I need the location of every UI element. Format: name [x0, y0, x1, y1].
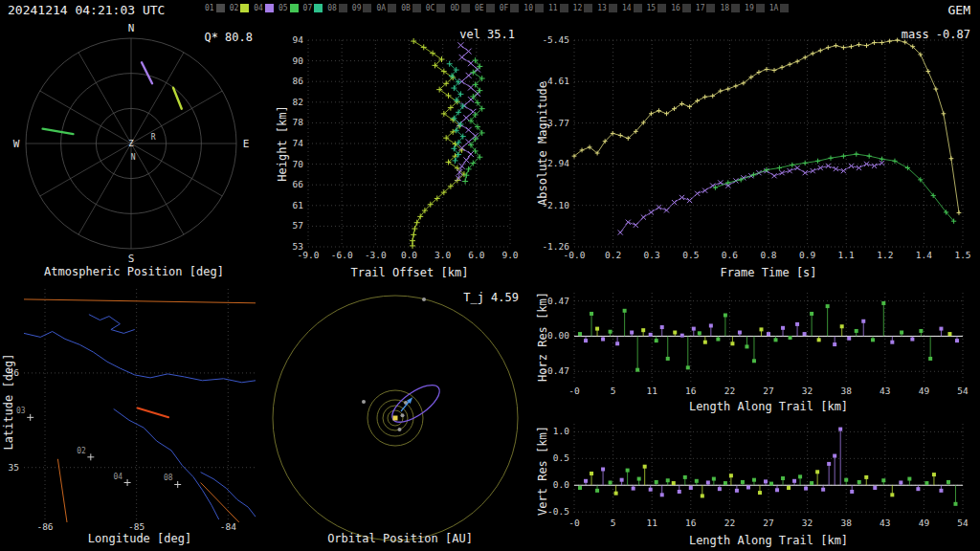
- svg-text:0.9: 0.9: [799, 250, 815, 260]
- station-color-swatch: [657, 4, 666, 12]
- svg-text:49: 49: [919, 518, 930, 528]
- svg-text:1.5: 1.5: [954, 250, 970, 260]
- station-color-swatch: [609, 4, 617, 12]
- svg-text:16: 16: [685, 386, 697, 396]
- svg-text:90: 90: [293, 55, 304, 66]
- vertical-residuals-panel: -051116222732384349541.00.50.0-0.5 Vert …: [530, 418, 980, 551]
- mass-value-label: mass -0.87: [902, 28, 970, 41]
- station-indicator-0D: 0D: [450, 4, 470, 12]
- station-indicator-08: 08: [327, 4, 347, 12]
- atmospheric-position-polar-plot: NSWEZRN: [0, 19, 270, 264]
- svg-text:27: 27: [763, 518, 773, 528]
- svg-text:22: 22: [724, 386, 735, 396]
- svg-text:32: 32: [802, 518, 813, 528]
- orbital-position-plot: [270, 287, 530, 545]
- svg-text:70: 70: [293, 159, 304, 169]
- station-indicator-0F: 0F: [500, 4, 520, 12]
- station-color-swatch: [486, 4, 495, 12]
- svg-text:94: 94: [293, 34, 304, 45]
- vert-length-axis-label: Length Along Trail [km]: [689, 534, 848, 547]
- ground-track-map: -86-85-84363503020408: [0, 287, 270, 538]
- station-color-swatch: [314, 4, 323, 12]
- svg-text:0.6: 0.6: [722, 250, 738, 260]
- svg-text:-0: -0: [568, 386, 580, 396]
- station-indicator-0E: 0E: [475, 4, 495, 12]
- station-color-swatch: [436, 4, 445, 12]
- svg-text:-0: -0: [568, 518, 580, 528]
- station-indicator-15: 15: [647, 4, 667, 12]
- svg-text:N: N: [128, 22, 135, 34]
- station-indicator-1A: 1A: [769, 4, 790, 12]
- station-color-swatch: [265, 4, 274, 12]
- svg-text:6.0: 6.0: [468, 250, 484, 260]
- svg-text:66: 66: [293, 179, 304, 189]
- svg-text:57: 57: [293, 220, 303, 231]
- svg-text:1.4: 1.4: [916, 250, 932, 260]
- svg-text:-3.0: -3.0: [365, 250, 387, 260]
- height-axis-label: Height [km]: [276, 105, 289, 181]
- svg-text:0.0: 0.0: [401, 250, 417, 260]
- svg-text:-84: -84: [220, 521, 236, 532]
- svg-text:82: 82: [293, 97, 303, 107]
- station-indicator-07: 07: [303, 4, 323, 12]
- q-star-value-label: Q* 80.8: [204, 31, 253, 44]
- svg-text:04: 04: [113, 473, 122, 481]
- frame-time-axis-label: Frame Time [s]: [720, 266, 816, 279]
- trail-offset-plot: -9.0-6.0-3.00.03.06.09.05357616670747882…: [270, 19, 530, 264]
- atmospheric-position-axis-label: Atmospheric Position [deg]: [44, 265, 224, 278]
- header-bar: 20241214 04:21:03 UTC 010204050708090A0B…: [0, 0, 980, 19]
- svg-text:02: 02: [77, 447, 86, 455]
- station-indicator-01: 01: [205, 4, 225, 12]
- svg-text:38: 38: [840, 518, 852, 528]
- svg-text:74: 74: [293, 138, 304, 148]
- light-curve-plot: -0.00.20.30.50.60.80.91.11.21.41.5-5.45-…: [530, 19, 980, 264]
- svg-text:35: 35: [9, 462, 19, 473]
- svg-text:0.8: 0.8: [760, 250, 776, 260]
- station-color-swatch: [216, 4, 225, 12]
- station-indicator-10: 10: [523, 4, 544, 12]
- light-curve-panel: -0.00.20.30.50.60.80.91.11.21.41.5-5.45-…: [530, 19, 980, 287]
- station-indicator-13: 13: [597, 4, 617, 12]
- ground-track-map-panel: -86-85-84363503020408 Latitude [deg] Lon…: [0, 287, 270, 551]
- station-indicator-16: 16: [671, 4, 691, 12]
- station-indicator-14: 14: [622, 4, 642, 12]
- station-indicator-0C: 0C: [426, 4, 446, 12]
- svg-text:53: 53: [293, 241, 303, 252]
- svg-text:-85: -85: [128, 521, 145, 532]
- svg-text:-1.26: -1.26: [542, 241, 569, 252]
- station-color-swatch: [780, 4, 789, 12]
- station-color-swatch: [388, 4, 396, 12]
- horizontal-residuals-panel: -051116222732384349540.470.00-0.47 Horz …: [530, 287, 980, 418]
- svg-text:0.47: 0.47: [547, 296, 569, 306]
- svg-text:R: R: [151, 133, 156, 142]
- svg-text:0.5: 0.5: [682, 250, 699, 260]
- trail-offset-axis-label: Trail Offset [km]: [351, 266, 469, 279]
- station-indicator-18: 18: [720, 4, 740, 12]
- svg-text:27: 27: [763, 386, 773, 396]
- svg-text:49: 49: [919, 386, 930, 396]
- station-indicator-11: 11: [548, 4, 568, 12]
- svg-text:3.0: 3.0: [434, 250, 451, 260]
- svg-text:-5.45: -5.45: [542, 34, 569, 45]
- svg-text:38: 38: [840, 386, 852, 396]
- svg-text:22: 22: [724, 518, 735, 528]
- event-timestamp: 20241214 04:21:03 UTC: [8, 3, 165, 17]
- orbital-position-panel: T_j 4.59 Orbital Position [AU]: [270, 287, 530, 551]
- station-color-swatch: [682, 4, 691, 12]
- horz-length-axis-label: Length Along Trail [km]: [689, 400, 848, 413]
- station-color-swatch: [535, 4, 544, 12]
- station-color-swatch: [510, 4, 519, 12]
- svg-text:54: 54: [957, 518, 969, 528]
- meteor-event-summary-screen: 20241214 04:21:03 UTC 010204050708090A0B…: [0, 0, 980, 551]
- station-color-swatch: [339, 4, 347, 12]
- svg-text:11: 11: [646, 518, 657, 528]
- velocity-value-label: vel 35.1: [459, 28, 515, 41]
- svg-text:0.2: 0.2: [605, 250, 621, 260]
- station-indicator-05: 05: [278, 4, 299, 12]
- svg-text:0.0: 0.0: [553, 479, 569, 490]
- svg-text:Z: Z: [128, 139, 134, 148]
- svg-text:08: 08: [164, 474, 173, 482]
- station-indicator-09: 09: [352, 4, 372, 12]
- vert-res-axis-label: Vert Res [km]: [536, 426, 549, 516]
- shower-code-badge: GEM: [948, 3, 970, 17]
